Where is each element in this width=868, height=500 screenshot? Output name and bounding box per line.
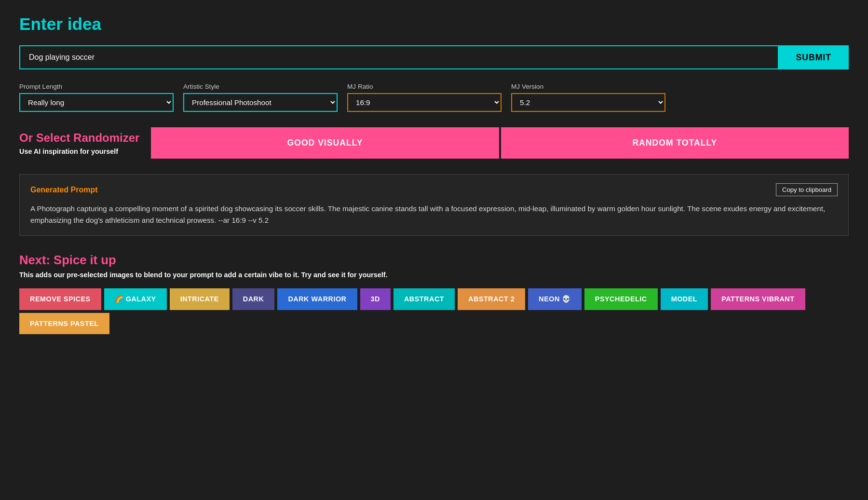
spice-button-dark[interactable]: DARK xyxy=(232,288,275,310)
spice-buttons-container: REMOVE SPICES🌈 GALAXYINTRICATEDARKDARK W… xyxy=(19,288,849,334)
mj-ratio-group: MJ Ratio 1:1 4:3 16:9 9:16 3:2 xyxy=(347,83,502,112)
spice-button-patterns-pastel[interactable]: PATTERNS PASTEL xyxy=(19,313,109,334)
spice-button-model[interactable]: MODEL xyxy=(661,288,708,310)
artistic-style-label: Artistic Style xyxy=(183,83,338,90)
randomizer-buttons: GOOD VISUALLY RANDOM TOTALLY xyxy=(151,127,849,159)
prompt-length-group: Prompt Length Short Medium Long Really l… xyxy=(19,83,174,112)
artistic-style-group: Artistic Style Professional Photoshoot O… xyxy=(183,83,338,112)
artistic-style-select[interactable]: Professional Photoshoot Oil Painting Wat… xyxy=(183,93,338,112)
random-totally-button[interactable]: RANDOM TOTALLY xyxy=(501,127,849,159)
spice-description: This adds our pre-selected images to ble… xyxy=(19,271,849,279)
generated-prompt-header: Generated Prompt Copy to clipboard xyxy=(30,183,838,196)
generated-prompt-label: Generated Prompt xyxy=(30,186,98,194)
prompt-length-select[interactable]: Short Medium Long Really long Extra long xyxy=(19,93,174,112)
spice-button-psychedelic[interactable]: PSYCHEDELIC xyxy=(584,288,658,310)
mj-version-group: MJ Version 4 5 5.1 5.2 6 xyxy=(511,83,665,112)
randomizer-heading: Or Select Randomizer xyxy=(19,131,139,145)
spice-button-intricate[interactable]: INTRICATE xyxy=(170,288,230,310)
randomizer-section: Or Select Randomizer Use AI inspiration … xyxy=(19,127,849,159)
spice-heading: Next: Spice it up xyxy=(19,253,849,267)
spice-button-three-d[interactable]: 3D xyxy=(360,288,391,310)
idea-input-row: SUBMIT xyxy=(19,45,849,69)
submit-button[interactable]: SUBMIT xyxy=(779,45,849,69)
randomizer-heading-static: Or xyxy=(19,131,36,144)
good-visually-button[interactable]: GOOD VISUALLY xyxy=(151,127,499,159)
randomizer-left: Or Select Randomizer Use AI inspiration … xyxy=(19,131,139,155)
mj-ratio-label: MJ Ratio xyxy=(347,83,502,90)
spice-button-abstract[interactable]: ABSTRACT xyxy=(393,288,455,310)
mj-version-label: MJ Version xyxy=(511,83,665,90)
spice-button-patterns-vibrant[interactable]: PATTERNS VIBRANT xyxy=(711,288,805,310)
spice-button-neon[interactable]: NEON 💀 xyxy=(528,288,582,310)
spice-button-dark-warrior[interactable]: DARK WARRIOR xyxy=(277,288,357,310)
idea-input[interactable] xyxy=(19,45,779,69)
mj-ratio-select[interactable]: 1:1 4:3 16:9 9:16 3:2 xyxy=(347,93,502,112)
copy-to-clipboard-button[interactable]: Copy to clipboard xyxy=(776,183,838,196)
generated-prompt-text: A Photograph capturing a compelling mome… xyxy=(30,203,838,227)
options-row: Prompt Length Short Medium Long Really l… xyxy=(19,83,849,112)
spice-button-remove[interactable]: REMOVE SPICES xyxy=(19,288,101,310)
mj-version-select[interactable]: 4 5 5.1 5.2 6 xyxy=(511,93,665,112)
spice-heading-dynamic: Spice it up xyxy=(54,253,116,267)
page-title: Enter idea xyxy=(19,14,849,34)
generated-prompt-section: Generated Prompt Copy to clipboard A Pho… xyxy=(19,174,849,236)
spice-button-abstract2[interactable]: ABSTRACT 2 xyxy=(458,288,525,310)
spice-heading-static: Next: xyxy=(19,253,54,267)
spice-section: Next: Spice it up This adds our pre-sele… xyxy=(19,253,849,334)
spice-button-galaxy[interactable]: 🌈 GALAXY xyxy=(104,288,167,310)
prompt-length-label: Prompt Length xyxy=(19,83,174,90)
randomizer-heading-dynamic: Select Randomizer xyxy=(36,131,140,144)
randomizer-subtext: Use AI inspiration for yourself xyxy=(19,148,139,155)
